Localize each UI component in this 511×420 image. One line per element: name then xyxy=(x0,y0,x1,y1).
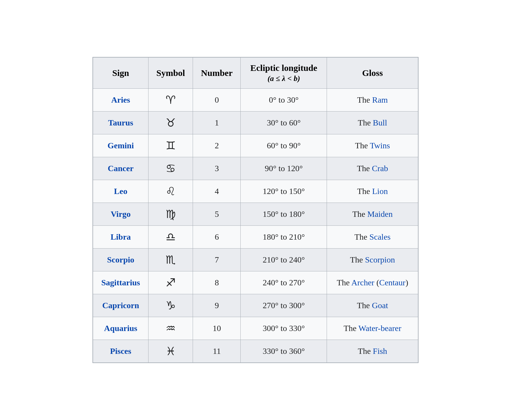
gloss-plain-text: The xyxy=(352,209,368,219)
sign-symbol: ♋ xyxy=(148,157,193,180)
sign-symbol: ♍ xyxy=(148,203,193,226)
header-symbol: Symbol xyxy=(148,57,193,89)
table-row: Pisces♓11330° to 360°The Fish xyxy=(93,340,418,363)
zodiac-table-container: Sign Symbol Number Ecliptic longitude (a… xyxy=(92,57,419,363)
gloss-plain-text: The xyxy=(344,324,358,333)
gloss-link-text: Goat xyxy=(372,301,388,310)
table-header-row: Sign Symbol Number Ecliptic longitude (a… xyxy=(93,57,418,89)
table-row: Capricorn♑9270° to 300°The Goat xyxy=(93,294,418,317)
sign-symbol: ♏ xyxy=(148,249,193,271)
sign-gloss: The Ram xyxy=(327,89,418,112)
table-row: Virgo♍5150° to 180°The Maiden xyxy=(93,203,418,226)
gloss-extra-close: ) xyxy=(405,278,408,287)
gloss-link-text: Archer xyxy=(351,278,374,287)
sign-number: 5 xyxy=(193,203,241,226)
sign-longitude: 210° to 240° xyxy=(241,249,327,271)
gloss-plain-text: The xyxy=(357,164,372,173)
sign-longitude: 90° to 120° xyxy=(241,157,327,180)
gloss-plain-text: The xyxy=(358,118,373,127)
gloss-plain-text: The xyxy=(350,255,365,264)
table-row: Leo♌4120° to 150°The Lion xyxy=(93,180,418,203)
sign-name: Virgo xyxy=(93,203,148,226)
sign-gloss: The Fish xyxy=(327,340,418,363)
sign-longitude: 180° to 210° xyxy=(241,226,327,249)
sign-gloss: The Archer (Centaur) xyxy=(327,271,418,294)
sign-name: Taurus xyxy=(93,112,148,134)
sign-symbol: ♌ xyxy=(148,180,193,203)
sign-number: 1 xyxy=(193,112,241,134)
sign-name: Libra xyxy=(93,226,148,249)
gloss-link-text: Fish xyxy=(373,346,387,356)
gloss-extra-link: Centaur xyxy=(379,278,405,287)
sign-number: 10 xyxy=(193,317,241,340)
gloss-plain-text: The xyxy=(357,301,372,310)
table-row: Scorpio♏7210° to 240°The Scorpion xyxy=(93,249,418,271)
sign-number: 9 xyxy=(193,294,241,317)
sign-name: Cancer xyxy=(93,157,148,180)
table-row: Cancer♋390° to 120°The Crab xyxy=(93,157,418,180)
sign-symbol: ♐ xyxy=(148,271,193,294)
sign-number: 7 xyxy=(193,249,241,271)
sign-number: 2 xyxy=(193,134,241,157)
gloss-link-text: Scorpion xyxy=(365,255,395,264)
sign-longitude: 60° to 90° xyxy=(241,134,327,157)
sign-name: Leo xyxy=(93,180,148,203)
sign-number: 4 xyxy=(193,180,241,203)
sign-number: 3 xyxy=(193,157,241,180)
sign-name: Capricorn xyxy=(93,294,148,317)
sign-gloss: The Bull xyxy=(327,112,418,134)
sign-gloss: The Scorpion xyxy=(327,249,418,271)
sign-symbol: ♓ xyxy=(148,340,193,363)
table-row: Libra♎6180° to 210°The Scales xyxy=(93,226,418,249)
header-number: Number xyxy=(193,57,241,89)
header-sign: Sign xyxy=(93,57,148,89)
gloss-plain-text: The xyxy=(355,141,370,150)
gloss-link-text: Water-bearer xyxy=(358,324,401,333)
table-row: Aries♈00° to 30°The Ram xyxy=(93,89,418,112)
sign-number: 11 xyxy=(193,340,241,363)
sign-number: 6 xyxy=(193,226,241,249)
sign-gloss: The Twins xyxy=(327,134,418,157)
sign-longitude: 240° to 270° xyxy=(241,271,327,294)
table-row: Sagittarius♐8240° to 270°The Archer (Cen… xyxy=(93,271,418,294)
table-row: Aquarius♒10300° to 330°The Water-bearer xyxy=(93,317,418,340)
header-gloss: Gloss xyxy=(327,57,418,89)
sign-symbol: ♊ xyxy=(148,134,193,157)
sign-longitude: 300° to 330° xyxy=(241,317,327,340)
gloss-plain-text: The xyxy=(337,278,351,287)
sign-longitude: 150° to 180° xyxy=(241,203,327,226)
gloss-link-text: Maiden xyxy=(367,209,393,219)
gloss-link-text: Crab xyxy=(372,164,388,173)
sign-symbol: ♑ xyxy=(148,294,193,317)
sign-name: Aquarius xyxy=(93,317,148,340)
gloss-plain-text: The xyxy=(354,232,370,241)
sign-name: Gemini xyxy=(93,134,148,157)
sign-number: 0 xyxy=(193,89,241,112)
sign-longitude: 30° to 60° xyxy=(241,112,327,134)
header-ecliptic-main: Ecliptic longitude xyxy=(250,63,317,73)
gloss-plain-text: The xyxy=(357,187,372,196)
sign-longitude: 330° to 360° xyxy=(241,340,327,363)
table-row: Taurus♉130° to 60°The Bull xyxy=(93,112,418,134)
gloss-link-text: Scales xyxy=(369,232,391,241)
sign-name: Scorpio xyxy=(93,249,148,271)
sign-longitude: 120° to 150° xyxy=(241,180,327,203)
table-row: Gemini♊260° to 90°The Twins xyxy=(93,134,418,157)
sign-gloss: The Scales xyxy=(327,226,418,249)
sign-name: Pisces xyxy=(93,340,148,363)
sign-gloss: The Water-bearer xyxy=(327,317,418,340)
sign-gloss: The Lion xyxy=(327,180,418,203)
gloss-plain-text: The xyxy=(357,95,372,104)
gloss-extra-text: ( xyxy=(374,278,379,287)
gloss-link-text: Bull xyxy=(373,118,387,127)
sign-symbol: ♉ xyxy=(148,112,193,134)
gloss-link-text: Twins xyxy=(370,141,390,150)
sign-gloss: The Maiden xyxy=(327,203,418,226)
sign-symbol: ♎ xyxy=(148,226,193,249)
sign-longitude: 0° to 30° xyxy=(241,89,327,112)
sign-name: Aries xyxy=(93,89,148,112)
zodiac-table: Sign Symbol Number Ecliptic longitude (a… xyxy=(92,57,419,363)
header-ecliptic-sub: (a ≤ λ < b) xyxy=(267,74,300,83)
sign-gloss: The Crab xyxy=(327,157,418,180)
sign-gloss: The Goat xyxy=(327,294,418,317)
